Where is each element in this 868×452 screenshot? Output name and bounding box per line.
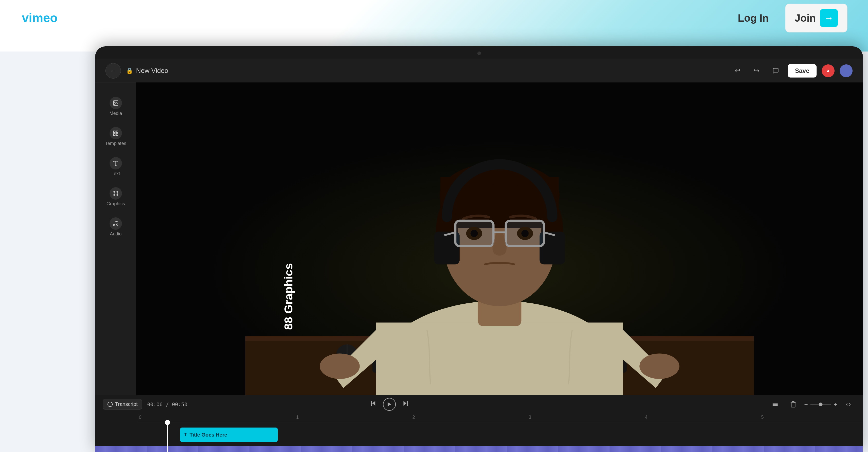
sidebar-item-templates[interactable]: Templates: [100, 123, 131, 150]
nav-right: Log In Join →: [732, 4, 847, 32]
comment-button[interactable]: [769, 64, 783, 78]
svg-text:88 Graphics: 88 Graphics: [282, 263, 295, 330]
text-track[interactable]: T Title Goes Here: [180, 427, 278, 442]
audio-icon: [110, 217, 122, 230]
video-preview: 88 Graphics: [136, 82, 863, 395]
svg-marker-62: [404, 401, 407, 406]
top-navigation: vimeo Log In Join →: [0, 0, 868, 36]
skip-back-button[interactable]: [370, 400, 377, 409]
graphics-label: Graphics: [106, 201, 125, 206]
sidebar-item-audio[interactable]: Audio: [100, 213, 131, 241]
login-button[interactable]: Log In: [732, 8, 775, 28]
text-icon: [110, 157, 122, 169]
svg-point-54: [521, 230, 528, 237]
audio-label: Audio: [110, 231, 122, 237]
ruler-mark-1: 1: [296, 415, 299, 420]
text-track-label: Title Goes Here: [190, 432, 227, 438]
zoom-minus-button[interactable]: −: [804, 401, 808, 408]
svg-point-33: [320, 354, 360, 379]
time-display: 00:06 / 00:50: [147, 401, 187, 407]
playhead[interactable]: [167, 422, 168, 452]
text-label: Text: [111, 171, 120, 176]
svg-point-9: [114, 191, 115, 192]
svg-point-34: [639, 354, 679, 379]
svg-marker-61: [388, 402, 391, 406]
svg-text:vimeo: vimeo: [22, 11, 58, 25]
trim-icon[interactable]: [768, 397, 782, 411]
join-arrow-icon: →: [820, 9, 838, 27]
transcript-label: Transcript: [115, 401, 137, 407]
svg-point-17: [114, 224, 115, 226]
video-frame-svg: 88 Graphics: [136, 82, 863, 395]
media-icon: [110, 97, 122, 109]
sidebar-item-graphics[interactable]: Graphics: [100, 183, 131, 211]
svg-rect-3: [114, 131, 115, 133]
join-label: Join: [795, 12, 816, 24]
templates-icon: [110, 127, 122, 139]
timeline-ruler: 0 1 2 3 4 5: [136, 413, 863, 422]
playback-controls: [370, 398, 409, 411]
svg-point-11: [114, 194, 115, 196]
device-frame: ← 🔒 New Video ↩ ↪ Save ▲: [95, 46, 863, 452]
delete-button[interactable]: [786, 397, 800, 411]
svg-point-18: [117, 224, 118, 225]
svg-point-10: [117, 191, 118, 192]
video-track[interactable]: [95, 446, 863, 452]
right-controls: − + ⇔: [768, 397, 855, 411]
lock-icon: 🔒: [126, 67, 133, 74]
sidebar-item-text[interactable]: Text: [100, 153, 131, 180]
playhead-handle: [165, 420, 170, 425]
svg-point-53: [471, 230, 478, 237]
video-content: 88 Graphics: [136, 82, 863, 395]
avatar-user1: ▲: [822, 64, 835, 77]
join-button[interactable]: Join →: [785, 4, 847, 32]
templates-label: Templates: [105, 141, 126, 146]
zoom-controls: − +: [804, 401, 837, 408]
video-title-area: 🔒 New Video: [126, 67, 168, 75]
zoom-plus-button[interactable]: +: [834, 401, 837, 408]
back-icon: ←: [110, 67, 116, 75]
undo-button[interactable]: ↩: [731, 64, 745, 78]
ruler-mark-0: 0: [139, 415, 142, 420]
svg-rect-5: [114, 134, 115, 136]
svg-marker-59: [372, 401, 375, 406]
editor-topbar: ← 🔒 New Video ↩ ↪ Save ▲: [95, 59, 863, 82]
back-button[interactable]: ←: [105, 63, 121, 79]
save-button[interactable]: Save: [788, 64, 816, 78]
zoom-slider[interactable]: [810, 404, 831, 405]
ruler-mark-3: 3: [529, 415, 531, 420]
sidebar-item-media[interactable]: Media: [100, 93, 131, 120]
video-title-text: New Video: [136, 67, 168, 75]
svg-rect-63: [407, 401, 408, 406]
svg-rect-60: [371, 401, 372, 406]
timeline-controls: Transcript 00:06 / 00:50: [95, 395, 863, 413]
topbar-right-controls: ↩ ↪ Save ▲: [731, 64, 852, 78]
svg-rect-32: [376, 322, 623, 395]
ruler-mark-2: 2: [412, 415, 415, 420]
vimeo-logo[interactable]: vimeo: [21, 10, 72, 26]
fit-button[interactable]: ⇔: [841, 397, 855, 411]
svg-rect-6: [116, 134, 118, 136]
timeline-wrapper: Transcript 00:06 / 00:50: [95, 395, 863, 452]
media-label: Media: [109, 111, 122, 116]
graphics-icon: [110, 187, 122, 200]
webcam-dot: [477, 52, 481, 55]
skip-forward-button[interactable]: [402, 400, 409, 409]
ruler-mark-5: 5: [761, 415, 764, 420]
svg-point-2: [115, 102, 115, 103]
svg-rect-4: [116, 131, 118, 133]
timeline-tracks: T Title Goes Here: [95, 422, 863, 452]
transcript-badge[interactable]: Transcript: [103, 399, 142, 409]
ruler-mark-4: 4: [645, 415, 648, 420]
play-button[interactable]: [383, 398, 396, 411]
redo-button[interactable]: ↪: [750, 64, 764, 78]
svg-point-12: [117, 194, 118, 196]
avatar-user2: [840, 64, 852, 77]
